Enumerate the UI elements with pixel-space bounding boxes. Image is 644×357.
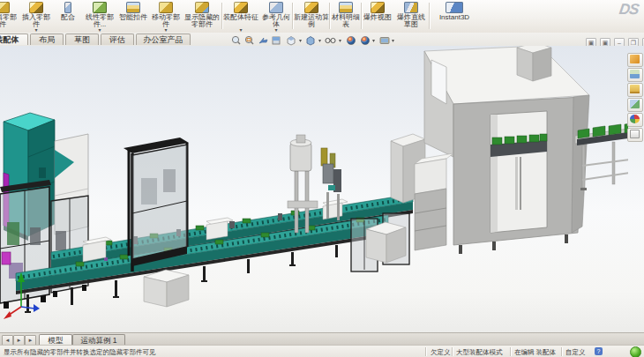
framed-tower <box>124 138 189 271</box>
status-message: 显示所有隐藏的零部件并转换选定的隐藏零部件可见 <box>4 348 156 357</box>
solidworks-resources-icon <box>630 55 640 63</box>
linear-component-pattern-button[interactable]: 线性零部件... ▾ <box>83 0 116 32</box>
editing-assembly: 在编辑 装配体 <box>514 348 556 357</box>
instant3d-button[interactable]: Instant3D <box>431 0 478 32</box>
performance-indicator-icon[interactable] <box>630 346 641 357</box>
mate-icon <box>64 2 71 13</box>
appearances-scenes-button[interactable] <box>627 113 643 127</box>
zoom-to-fit-icon[interactable] <box>232 36 240 44</box>
exit-conveyor <box>575 123 628 190</box>
new-motion-study-button[interactable]: 新建运动算例 <box>294 0 329 32</box>
heads-up-view-toolbar <box>231 34 401 46</box>
explode-line-sketch-button[interactable]: 爆炸直线草图 <box>394 0 428 32</box>
exploded-view-button[interactable]: 爆炸视图 <box>363 0 393 32</box>
model-tab-bar: ◄ ► ► 模型 运动算例 1 <box>0 332 644 346</box>
tab-assembly[interactable]: 装配体 <box>0 33 28 45</box>
define-state: 欠定义 <box>431 348 451 357</box>
new-motion-study-icon <box>304 2 318 13</box>
insert-components-icon <box>29 2 43 13</box>
help-icon[interactable]: ? <box>595 347 603 355</box>
graphics-viewport[interactable] <box>0 46 644 332</box>
file-explorer-icon <box>630 85 640 93</box>
white-floor-box-1 <box>144 270 189 307</box>
bill-of-materials-icon <box>339 2 353 13</box>
edit-component-icon <box>0 2 10 13</box>
view-palette-button[interactable] <box>627 98 643 112</box>
move-component-icon <box>159 2 173 13</box>
large-assembly-mode: 大型装配体模式 <box>456 348 503 357</box>
previous-view-icon[interactable] <box>259 38 267 43</box>
design-library-button[interactable] <box>627 68 643 82</box>
reference-geometry-button[interactable]: 参考几何体 ▾ <box>260 0 292 32</box>
solidworks-resources-button[interactable] <box>627 53 643 67</box>
status-bar: 显示所有隐藏的零部件并转换选定的隐藏零部件可见 欠定义 大型装配体模式 在编辑 … <box>0 345 644 357</box>
customize-label[interactable]: 自定义 <box>565 348 586 357</box>
hide-show-items-icon[interactable] <box>326 38 341 42</box>
custom-properties-icon <box>630 130 640 138</box>
exploded-view-icon <box>371 2 385 13</box>
zoom-to-area-icon[interactable] <box>245 36 253 44</box>
bill-of-materials-button[interactable]: 材料明细表 <box>331 0 361 32</box>
mate-button[interactable]: 配合 <box>55 0 81 32</box>
task-pane <box>627 53 643 143</box>
magenta-box <box>2 252 11 264</box>
linear-component-pattern-icon <box>93 2 107 13</box>
smart-fasteners-icon <box>126 2 140 13</box>
insert-components-button[interactable]: 插入零部件 ▾ <box>19 0 53 32</box>
reference-geometry-icon <box>269 2 283 13</box>
file-explorer-button[interactable] <box>627 83 643 97</box>
drawer-cabinet <box>415 153 453 250</box>
apply-scene-icon[interactable] <box>361 36 375 44</box>
explode-line-sketch-icon <box>404 2 418 13</box>
white-floor-box-2 <box>366 222 406 263</box>
design-library-icon <box>630 70 640 78</box>
view-settings-icon[interactable] <box>380 38 394 44</box>
move-component-button[interactable]: 移动零部件 ▾ <box>150 0 182 32</box>
instant3d-icon <box>446 2 463 13</box>
assembly-3d-model <box>0 46 628 332</box>
big-enclosure <box>424 46 589 254</box>
view-orientation-icon[interactable] <box>288 37 302 46</box>
tab-layout[interactable]: 布局 <box>30 33 64 45</box>
display-style-icon[interactable] <box>307 37 321 46</box>
appearances-scenes-icon <box>630 115 640 123</box>
section-view-icon[interactable] <box>273 37 280 44</box>
tab-evaluate[interactable]: 评估 <box>101 33 134 45</box>
assembly-features-icon <box>234 2 248 13</box>
show-hidden-components-button[interactable]: 显示隐藏的零部件 <box>183 0 221 32</box>
smart-fasteners-button[interactable]: 智能扣件 <box>118 0 148 32</box>
tab-office-products[interactable]: 办公室产品 <box>136 33 191 45</box>
custom-properties-button[interactable] <box>627 128 643 142</box>
tab-sketch[interactable]: 草图 <box>65 33 99 45</box>
command-manager-toolbar: 编辑零部件 插入零部件 ▾ 配合 线性零部件... ▾ 智能扣件 移动零部件 ▾… <box>0 0 644 33</box>
solidworks-window: 编辑零部件 插入零部件 ▾ 配合 线性零部件... ▾ 智能扣件 移动零部件 ▾… <box>0 0 644 357</box>
assembly-features-button[interactable]: 装配体特征 ▾ <box>223 0 258 32</box>
edit-appearance-icon[interactable] <box>347 36 355 44</box>
dassault-systemes-logo: DS <box>618 1 640 19</box>
show-hidden-components-icon <box>195 2 209 13</box>
view-palette-icon <box>630 100 640 108</box>
edit-component-button[interactable]: 编辑零部件 <box>0 0 18 32</box>
